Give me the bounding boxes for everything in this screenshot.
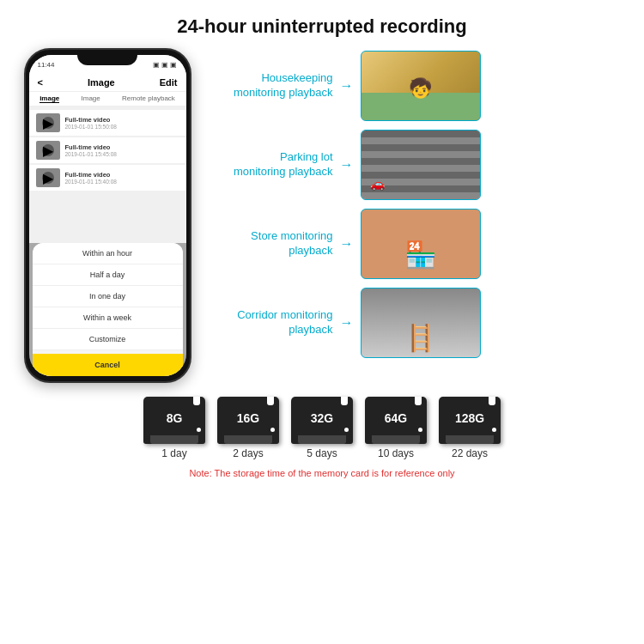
- play-icon: ▶: [42, 144, 54, 156]
- dropdown-menu: Within an hour Half a day In one day Wit…: [33, 243, 183, 376]
- sd-card-notch: [341, 397, 348, 405]
- monitoring-img-parking: [361, 130, 481, 200]
- phone-header: < Image Edit: [29, 74, 186, 92]
- monitoring-row-store: Store monitoringplayback →: [200, 206, 621, 282]
- monitoring-label-corridor: Corridor monitoringplayback: [200, 308, 333, 337]
- phone-edit[interactable]: Edit: [160, 77, 178, 88]
- storage-card-32g: 32G 5 days: [291, 397, 353, 459]
- phone-screen: 11:44 ▣ ▣ ▣ < Image Edit image Image Rem…: [29, 55, 186, 376]
- list-item: ▶ Full-time video 2019-01-01 15:45:08: [29, 137, 186, 163]
- storage-section: 8G 1 day 16G 2 days 32G 5 days: [0, 397, 644, 478]
- sd-card-16g-label: 16G: [237, 411, 259, 425]
- sd-card-notch: [489, 397, 495, 405]
- dropdown-item-3[interactable]: In one day: [33, 286, 183, 307]
- sd-card-64g: 64G: [365, 397, 427, 444]
- sd-card-notch: [267, 397, 274, 405]
- monitoring-row-parking: Parking lotmonitoring playback →: [200, 127, 621, 203]
- storage-card-64g: 64G 10 days: [365, 397, 427, 459]
- dropdown-item-2[interactable]: Half a day: [33, 264, 183, 286]
- phone-tab-image2[interactable]: Image: [82, 94, 100, 103]
- item-3-sub: 2019-01-01 15:40:08: [65, 179, 117, 185]
- main-content: 11:44 ▣ ▣ ▣ < Image Edit image Image Rem…: [0, 48, 644, 383]
- item-1-title: Full-time video: [65, 116, 117, 124]
- sd-card-dot: [492, 428, 496, 432]
- item-2-title: Full-time video: [65, 143, 117, 151]
- thumb-1: ▶: [36, 113, 60, 132]
- play-icon: ▶: [42, 117, 54, 129]
- sd-card-8g: 8G: [143, 397, 205, 444]
- storage-card-128g: 128G 22 days: [439, 397, 501, 459]
- monitoring-img-housekeeping: [361, 51, 481, 121]
- sd-card-64g-label: 64G: [385, 411, 407, 425]
- monitoring-label-store: Store monitoringplayback: [200, 229, 333, 258]
- sd-card-notch: [415, 397, 422, 405]
- sd-card-dot: [418, 428, 422, 432]
- storage-days-8g: 1 day: [161, 447, 186, 459]
- item-1-sub: 2019-01-01 15:50:08: [65, 124, 117, 130]
- sd-card-32g: 32G: [291, 397, 353, 444]
- sd-card-128g-label: 128G: [455, 411, 484, 425]
- monitoring-label-housekeeping: Housekeepingmonitoring playback: [200, 71, 333, 100]
- storage-days-128g: 22 days: [452, 447, 488, 459]
- arrow-housekeeping: →: [340, 78, 354, 94]
- phone-mockup: 11:44 ▣ ▣ ▣ < Image Edit image Image Rem…: [24, 48, 191, 383]
- storage-days-16g: 2 days: [233, 447, 263, 459]
- arrow-parking: →: [340, 157, 354, 173]
- arrow-corridor: →: [340, 315, 354, 331]
- sd-card-8g-label: 8G: [167, 411, 183, 425]
- storage-card-8g: 8G 1 day: [143, 397, 205, 459]
- phone-time: 11:44: [38, 61, 55, 69]
- storage-card-16g: 16G 2 days: [217, 397, 279, 459]
- monitoring-column: Housekeepingmonitoring playback → Parkin…: [200, 48, 621, 361]
- item-2-sub: 2019-01-01 15:45:08: [65, 151, 117, 157]
- dropdown-cancel[interactable]: Cancel: [33, 354, 183, 376]
- phone-notch: [77, 50, 137, 65]
- phone-icons: ▣ ▣ ▣: [153, 61, 177, 69]
- phone-tab-remote[interactable]: Remote playback: [122, 94, 175, 103]
- item-3-title: Full-time video: [65, 171, 117, 179]
- phone-header-title: Image: [88, 77, 115, 88]
- list-item: ▶ Full-time video 2019-01-01 15:40:08: [29, 165, 186, 191]
- thumb-2: ▶: [36, 141, 60, 160]
- phone-back[interactable]: <: [38, 77, 43, 88]
- sd-card-dot: [270, 428, 275, 432]
- sd-card-32g-label: 32G: [311, 411, 333, 425]
- sd-card-128g: 128G: [439, 397, 501, 444]
- phone-tab-image[interactable]: image: [39, 94, 59, 103]
- storage-days-32g: 5 days: [307, 447, 337, 459]
- phone-dropdown: Within an hour Half a day In one day Wit…: [29, 243, 186, 376]
- monitoring-label-parking: Parking lotmonitoring playback: [200, 150, 333, 179]
- sd-card-notch: [193, 397, 200, 405]
- phone-tabs: image Image Remote playback: [29, 92, 186, 106]
- play-icon: ▶: [42, 172, 54, 184]
- dropdown-item-1[interactable]: Within an hour: [33, 243, 183, 264]
- phone-frame: 11:44 ▣ ▣ ▣ < Image Edit image Image Rem…: [24, 48, 191, 383]
- sd-card-dot: [197, 428, 201, 432]
- monitoring-row-corridor: Corridor monitoringplayback →: [200, 285, 621, 361]
- arrow-store: →: [340, 236, 354, 252]
- list-item: ▶ Full-time video 2019-01-01 15:50:08: [29, 110, 186, 136]
- monitoring-img-corridor: [361, 288, 481, 358]
- monitoring-row-housekeeping: Housekeepingmonitoring playback →: [200, 48, 621, 124]
- thumb-3: ▶: [36, 168, 60, 187]
- phone-list: ▶ Full-time video 2019-01-01 15:50:08 ▶ …: [29, 106, 186, 194]
- dropdown-item-4[interactable]: Within a week: [33, 307, 183, 329]
- sd-card-16g: 16G: [217, 397, 279, 444]
- page-title: 24-hour uninterrupted recording: [0, 0, 644, 48]
- storage-days-64g: 10 days: [378, 447, 414, 459]
- sd-card-dot: [344, 428, 349, 432]
- storage-cards: 8G 1 day 16G 2 days 32G 5 days: [143, 397, 501, 459]
- storage-note: Note: The storage time of the memory car…: [189, 468, 454, 478]
- monitoring-img-store: [361, 209, 481, 279]
- dropdown-item-5[interactable]: Customize: [33, 329, 183, 350]
